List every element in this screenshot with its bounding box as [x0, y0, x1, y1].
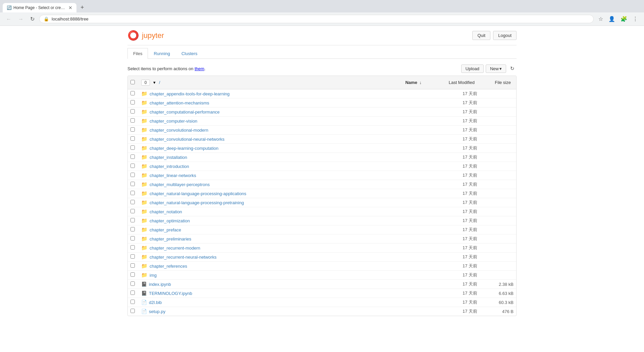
- file-name-col: 📁 img: [141, 272, 424, 278]
- row-checkbox[interactable]: [130, 173, 135, 177]
- file-link[interactable]: chapter_natural-language-processing-appl…: [150, 191, 246, 196]
- name-sort-arrow: ↓: [420, 80, 422, 85]
- file-modified: 17 天前: [427, 100, 477, 106]
- file-link[interactable]: chapter_convolutional-modern: [150, 128, 208, 133]
- forward-button[interactable]: →: [16, 15, 25, 24]
- file-link[interactable]: index.ipynb: [149, 282, 171, 287]
- new-tab-button[interactable]: +: [78, 3, 87, 12]
- table-row: 📁 chapter_introduction 17 天前: [128, 162, 516, 171]
- logout-button[interactable]: Logout: [493, 31, 517, 40]
- file-link[interactable]: img: [150, 273, 157, 278]
- upload-button[interactable]: Upload: [461, 64, 484, 73]
- row-checkbox[interactable]: [130, 182, 135, 186]
- file-link[interactable]: chapter_recurrent-neural-networks: [150, 255, 216, 260]
- name-column-header[interactable]: Name ↓: [402, 78, 424, 87]
- row-checkbox[interactable]: [130, 236, 135, 240]
- profile-icon[interactable]: 👤: [606, 14, 617, 24]
- file-link[interactable]: setup.py: [149, 309, 165, 314]
- tab-files[interactable]: Files: [127, 48, 148, 59]
- jupyter-logo-text: jupyter: [142, 31, 164, 40]
- browser-chrome: 🔄 Home Page - Select or create a... ✕ + …: [0, 0, 644, 26]
- folder-icon: 📁: [141, 200, 148, 206]
- jupyter-logo-icon: ⭕: [127, 30, 139, 41]
- file-link[interactable]: chapter_natural-language-processing-pret…: [150, 200, 244, 205]
- file-link[interactable]: chapter_multilayer-perceptrons: [150, 182, 210, 187]
- back-button[interactable]: ←: [4, 15, 13, 24]
- row-checkbox[interactable]: [130, 245, 135, 250]
- row-checkbox[interactable]: [130, 263, 135, 268]
- row-checkbox[interactable]: [130, 272, 135, 277]
- file-link[interactable]: chapter_references: [150, 264, 187, 269]
- row-checkbox[interactable]: [130, 291, 135, 295]
- file-link[interactable]: chapter_computational-performance: [150, 109, 220, 115]
- table-row: 📁 chapter_preface 17 天前: [128, 225, 516, 234]
- file-size-column-header[interactable]: File size: [480, 78, 514, 87]
- file-link[interactable]: chapter_linear-networks: [150, 173, 196, 178]
- root-folder-link[interactable]: /: [159, 80, 160, 85]
- file-modified: 17 天前: [427, 163, 477, 169]
- menu-icon[interactable]: ⋮: [631, 14, 640, 24]
- last-modified-column-header[interactable]: Last Modified: [427, 78, 477, 87]
- row-checkbox[interactable]: [130, 164, 135, 168]
- row-checkbox-col: [130, 309, 139, 314]
- extensions-icon[interactable]: 🧩: [619, 14, 629, 24]
- folder-icon: 📁: [141, 163, 148, 169]
- row-checkbox[interactable]: [130, 209, 135, 213]
- folder-icon: 📁: [141, 263, 148, 269]
- row-checkbox-col: [130, 182, 139, 187]
- row-checkbox[interactable]: [130, 309, 135, 313]
- file-modified: 17 天前: [427, 272, 477, 278]
- row-checkbox[interactable]: [130, 191, 135, 195]
- file-modified: 17 天前: [427, 145, 477, 151]
- row-checkbox[interactable]: [130, 254, 135, 259]
- file-name-col: 📁 chapter_preface: [141, 227, 424, 233]
- file-link[interactable]: d2l.bib: [149, 300, 162, 305]
- table-row: 📁 chapter_preliminaries 17 天前: [128, 234, 516, 244]
- row-checkbox[interactable]: [130, 281, 135, 286]
- table-row: 📁 chapter_computer-vision 17 天前: [128, 117, 516, 126]
- row-checkbox[interactable]: [130, 218, 135, 222]
- new-button[interactable]: New ▾: [486, 64, 506, 73]
- file-link[interactable]: chapter_notation: [150, 209, 182, 214]
- row-checkbox[interactable]: [130, 300, 135, 304]
- row-checkbox[interactable]: [130, 155, 135, 159]
- refresh-button[interactable]: ↻: [508, 64, 517, 73]
- file-link[interactable]: chapter_convolutional-neural-networks: [150, 137, 224, 142]
- row-checkbox[interactable]: [130, 136, 135, 141]
- select-all-checkbox[interactable]: [130, 80, 135, 84]
- bookmarks-icon[interactable]: ☆: [596, 14, 605, 24]
- url-input[interactable]: [52, 16, 589, 21]
- file-link[interactable]: chapter_installation: [150, 155, 187, 160]
- folder-icon: 📁: [141, 118, 148, 124]
- file-link[interactable]: chapter_preliminaries: [150, 236, 191, 241]
- file-link[interactable]: chapter_preface: [150, 227, 181, 232]
- row-checkbox[interactable]: [130, 109, 135, 114]
- file-link[interactable]: chapter_appendix-tools-for-deep-learning: [150, 91, 229, 96]
- row-checkbox[interactable]: [130, 127, 135, 132]
- file-modified: 17 天前: [427, 227, 477, 233]
- row-checkbox[interactable]: [130, 100, 135, 104]
- close-tab-button[interactable]: ✕: [68, 5, 72, 10]
- row-checkbox[interactable]: [130, 118, 135, 123]
- toolbar-actions: ☆ 👤 🧩 ⋮: [596, 14, 640, 24]
- file-link[interactable]: chapter_computer-vision: [150, 119, 197, 124]
- quit-button[interactable]: Quit: [472, 31, 490, 40]
- row-checkbox[interactable]: [130, 91, 135, 95]
- file-link[interactable]: chapter_deep-learning-computation: [150, 146, 218, 151]
- select-link[interactable]: them: [195, 66, 204, 71]
- file-name-col: 📓 TERMINOLOGY.ipynb: [141, 291, 424, 296]
- file-link[interactable]: TERMINOLOGY.ipynb: [149, 291, 192, 296]
- file-link[interactable]: chapter_attention-mechanisms: [150, 100, 209, 105]
- file-link[interactable]: chapter_optimization: [150, 218, 190, 223]
- file-link[interactable]: chapter_recurrent-modern: [150, 246, 200, 251]
- row-checkbox[interactable]: [130, 145, 135, 150]
- file-link[interactable]: chapter_introduction: [150, 164, 189, 169]
- sort-dropdown-button[interactable]: ▾: [153, 79, 156, 86]
- file-name-col: 📁 chapter_deep-learning-computation: [141, 145, 424, 151]
- row-checkbox[interactable]: [130, 227, 135, 231]
- file-name-col: 📁 chapter_convolutional-modern: [141, 127, 424, 133]
- tab-clusters[interactable]: Clusters: [176, 48, 203, 59]
- reload-button[interactable]: ↻: [28, 14, 37, 24]
- tab-running[interactable]: Running: [148, 48, 175, 59]
- row-checkbox[interactable]: [130, 200, 135, 204]
